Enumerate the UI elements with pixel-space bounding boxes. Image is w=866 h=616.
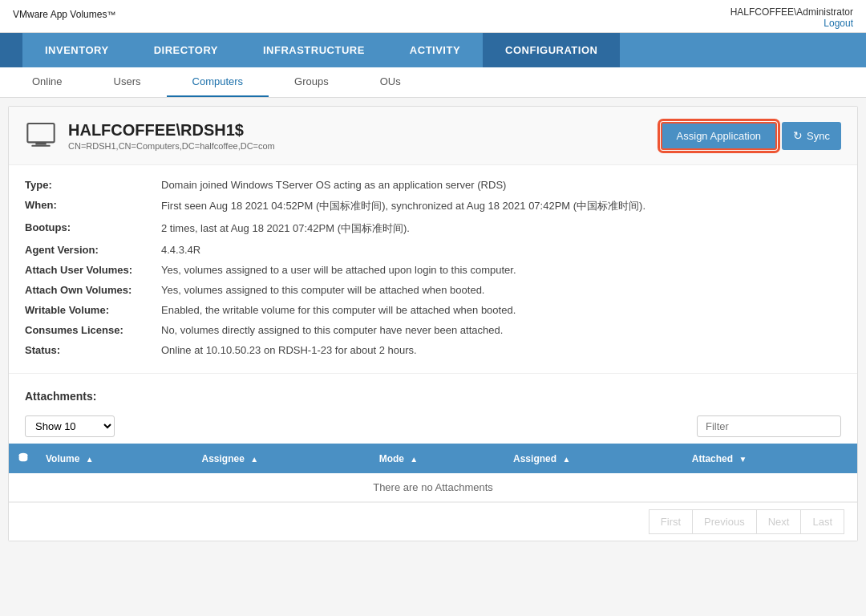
nav-item-activity[interactable]: ACTIVITY	[387, 33, 483, 67]
th-attached[interactable]: Attached ▼	[684, 444, 857, 473]
computer-name: HALFCOFFEE\RDSH1$	[68, 121, 275, 140]
detail-value-agent-version: 4.4.3.4R	[161, 244, 841, 256]
computer-cn: CN=RDSH1,CN=Computers,DC=halfcoffee,DC=c…	[68, 141, 275, 151]
sync-button[interactable]: ↻ Sync	[782, 122, 841, 150]
th-assigned[interactable]: Assigned ▲	[505, 444, 684, 473]
detail-row-consumes-license: Consumes License: No, volumes directly a…	[25, 320, 841, 340]
detail-row-bootups: Bootups: 2 times, last at Aug 18 2021 07…	[25, 217, 841, 240]
sort-arrow-attached: ▼	[739, 455, 747, 464]
computer-icon	[25, 120, 57, 152]
detail-label-agent-version: Agent Version:	[25, 244, 161, 256]
svg-rect-3	[27, 124, 54, 142]
tab-users[interactable]: Users	[88, 67, 167, 97]
attachments-header: Attachments:	[9, 377, 857, 409]
sort-arrow-volume: ▲	[86, 455, 94, 464]
tab-groups[interactable]: Groups	[269, 67, 354, 97]
user-info: HALFCOFFEE\Administrator Logout	[730, 6, 853, 29]
nav-item-infrastructure[interactable]: INFRASTRUCTURE	[241, 33, 387, 67]
computer-title: HALFCOFFEE\RDSH1$ CN=RDSH1,CN=Computers,…	[68, 121, 275, 151]
previous-button[interactable]: Previous	[692, 509, 756, 534]
th-mode[interactable]: Mode ▲	[371, 444, 505, 473]
detail-value-when: First seen Aug 18 2021 04:52PM (中国标准时间),…	[161, 199, 841, 213]
detail-label-when: When:	[25, 199, 161, 211]
detail-value-consumes-license: No, volumes directly assigned to this co…	[161, 324, 841, 336]
detail-value-attach-user-volumes: Yes, volumes assigned to a user will be …	[161, 264, 841, 276]
computer-header: HALFCOFFEE\RDSH1$ CN=RDSH1,CN=Computers,…	[9, 107, 857, 165]
top-bar: VMware App Volumes™ HALFCOFFEE\Administr…	[0, 0, 866, 33]
detail-value-bootups: 2 times, last at Aug 18 2021 07:42PM (中国…	[161, 221, 841, 236]
attachments-table: Volume ▲ Assignee ▲ Mode ▲ Assigned ▲ At…	[9, 444, 857, 502]
app-logo-sup: ™	[107, 10, 115, 19]
sort-arrow-assigned: ▲	[562, 455, 570, 464]
detail-row-agent-version: Agent Version: 4.4.3.4R	[25, 240, 841, 260]
detail-value-writable-volume: Enabled, the writable volume for this co…	[161, 304, 841, 316]
detail-row-type: Type: Domain joined Windows TServer OS a…	[25, 175, 841, 195]
nav-item-directory[interactable]: DIRECTORY	[132, 33, 241, 67]
computer-header-left: HALFCOFFEE\RDSH1$ CN=RDSH1,CN=Computers,…	[25, 120, 275, 152]
sub-tabs: Online Users Computers Groups OUs	[0, 67, 866, 98]
th-icon	[9, 444, 38, 473]
detail-row-attach-own-volumes: Attach Own Volumes: Yes, volumes assigne…	[25, 280, 841, 300]
detail-row-when: When: First seen Aug 18 2021 04:52PM (中国…	[25, 195, 841, 217]
sort-arrow-mode: ▲	[410, 455, 418, 464]
detail-value-attach-own-volumes: Yes, volumes assigned to this computer w…	[161, 284, 841, 296]
detail-value-type: Domain joined Windows TServer OS acting …	[161, 179, 841, 191]
detail-row-status: Status: Online at 10.10.50.23 on RDSH-1-…	[25, 340, 841, 360]
content-area: HALFCOFFEE\RDSH1$ CN=RDSH1,CN=Computers,…	[8, 106, 858, 541]
assign-application-button[interactable]: Assign Application	[661, 122, 778, 150]
nav-item-inventory[interactable]: INVENTORY	[22, 33, 132, 67]
detail-label-bootups: Bootups:	[25, 221, 161, 233]
first-button[interactable]: First	[649, 509, 692, 534]
tab-online[interactable]: Online	[6, 67, 88, 97]
next-button[interactable]: Next	[756, 509, 801, 534]
attachments-controls: Show 10 Show 25 Show 50 Show 100	[9, 409, 857, 444]
sync-icon: ↻	[793, 129, 803, 142]
detail-row-attach-user-volumes: Attach User Volumes: Yes, volumes assign…	[25, 260, 841, 280]
logout-link[interactable]: Logout	[730, 18, 853, 29]
header-buttons: Assign Application ↻ Sync	[661, 122, 841, 150]
filter-input[interactable]	[697, 415, 841, 437]
volume-icon	[17, 451, 30, 464]
empty-message: There are no Attachments	[9, 473, 857, 502]
table-empty-row: There are no Attachments	[9, 473, 857, 502]
show-select[interactable]: Show 10 Show 25 Show 50 Show 100	[25, 415, 115, 437]
tab-ous[interactable]: OUs	[354, 67, 427, 97]
th-volume[interactable]: Volume ▲	[38, 444, 194, 473]
svg-rect-5	[31, 145, 50, 147]
show-select-container: Show 10 Show 25 Show 50 Show 100	[25, 415, 115, 437]
nav-bar-icon	[0, 33, 22, 67]
detail-label-attach-user-volumes: Attach User Volumes:	[25, 264, 161, 276]
username: HALFCOFFEE\Administrator	[730, 6, 853, 18]
detail-label-status: Status:	[25, 344, 161, 356]
th-assignee[interactable]: Assignee ▲	[194, 444, 371, 473]
detail-label-writable-volume: Writable Volume:	[25, 304, 161, 316]
pagination: First Previous Next Last	[9, 502, 857, 541]
table-header-row: Volume ▲ Assignee ▲ Mode ▲ Assigned ▲ At…	[9, 444, 857, 473]
tab-computers[interactable]: Computers	[167, 67, 269, 97]
detail-label-type: Type:	[25, 179, 161, 191]
sort-arrow-assignee: ▲	[250, 455, 258, 464]
nav-item-configuration[interactable]: CONFIGURATION	[483, 33, 620, 67]
app-logo: VMware App Volumes™	[13, 9, 115, 27]
svg-rect-4	[35, 142, 46, 144]
detail-value-status: Online at 10.10.50.23 on RDSH-1-23 for a…	[161, 344, 841, 356]
detail-row-writable-volume: Writable Volume: Enabled, the writable v…	[25, 300, 841, 320]
nav-bar: INVENTORY DIRECTORY INFRASTRUCTURE ACTIV…	[0, 33, 866, 67]
last-button[interactable]: Last	[800, 509, 844, 534]
detail-label-consumes-license: Consumes License:	[25, 324, 161, 336]
detail-label-attach-own-volumes: Attach Own Volumes:	[25, 284, 161, 296]
details-table: Type: Domain joined Windows TServer OS a…	[9, 165, 857, 370]
